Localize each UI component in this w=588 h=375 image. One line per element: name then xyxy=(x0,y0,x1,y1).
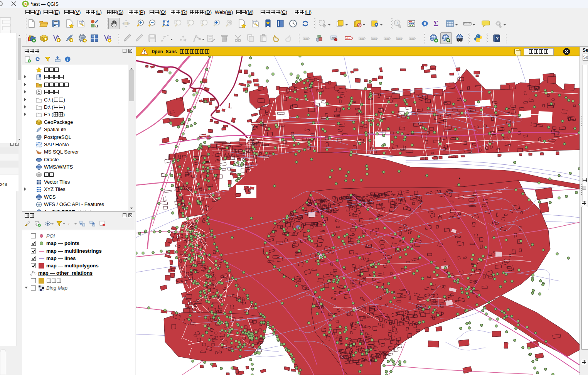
svg-text:abc: abc xyxy=(397,37,402,41)
svg-text:abc: abc xyxy=(304,37,308,41)
svg-text:abc: abc xyxy=(372,37,377,41)
svg-text:abc: abc xyxy=(346,37,350,40)
svg-text:?: ? xyxy=(496,36,499,41)
svg-text:V: V xyxy=(38,203,40,206)
svg-text:i: i xyxy=(67,57,68,62)
svg-text:Σ: Σ xyxy=(433,19,438,28)
svg-text:a: a xyxy=(95,23,98,29)
svg-text:abc: abc xyxy=(360,37,364,41)
svg-text:abc: abc xyxy=(410,37,414,41)
svg-text:ε: ε xyxy=(68,221,70,226)
svg-text:abc: abc xyxy=(385,37,389,41)
svg-text:i: i xyxy=(397,20,398,25)
